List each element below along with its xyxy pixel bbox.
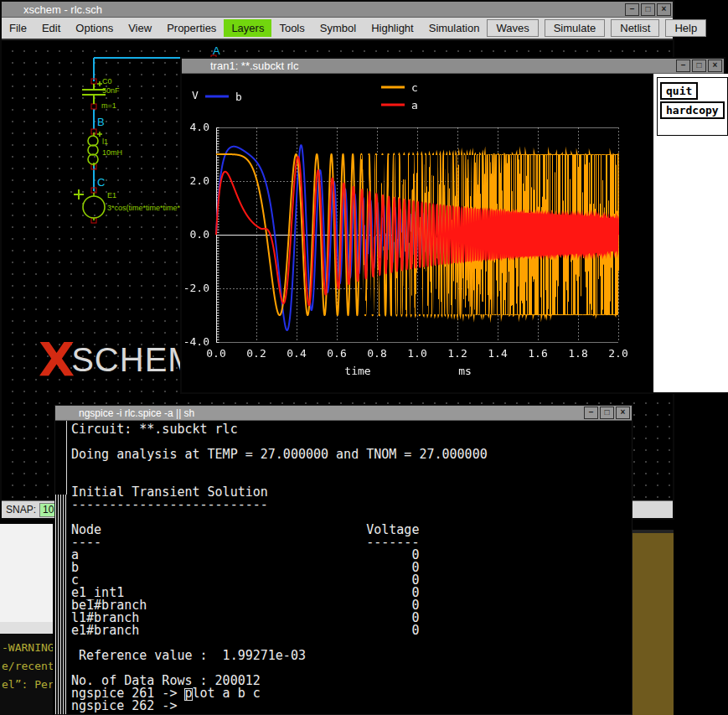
menu-tools[interactable]: Tools [271,19,312,37]
menu-edit[interactable]: Edit [34,19,68,37]
terminal-window-buttons: – □ × [582,407,632,419]
close-button[interactable]: × [708,60,722,72]
background-warning-terminal: -WARNING e/recently el”: Perm -WARNING [0,634,53,715]
menu-file[interactable]: File [2,19,34,37]
menu-layers[interactable]: Layers [224,19,271,37]
background-white-window [0,524,53,635]
menu-properties[interactable]: Properties [159,19,224,37]
cap-m-label: m=1 [101,101,116,110]
close-button[interactable]: × [616,407,630,419]
minimize-button[interactable]: – [625,3,639,16]
terminal-window-title: ngspice -i rlc.spice -a || sh [79,407,194,419]
maximize-button[interactable]: □ [641,3,655,16]
src-plus-mark [74,189,84,199]
menu-view[interactable]: View [121,19,159,37]
cap-value-label: 50nF [102,86,120,95]
menu-symbol[interactable]: Symbol [312,19,364,37]
inductor-symbol[interactable] [88,132,102,166]
xschem-window-buttons: – □ × [623,3,673,16]
terminal-body: Circuit: **.subckt rlc Doing analysis at… [55,421,632,714]
plot-side-panel: quit hardcopy [653,74,728,392]
waveform-plot-canvas[interactable] [182,74,653,392]
help-button[interactable]: Help [665,19,706,37]
minimize-button[interactable]: – [676,60,690,72]
xschem-logo: XSCHEM [39,339,197,381]
xschem-titlebar[interactable]: xschem - rlc.sch – □ × [2,2,673,18]
close-button[interactable]: × [657,3,671,16]
terminal-output[interactable]: Circuit: **.subckt rlc Doing analysis at… [67,421,488,714]
maximize-button[interactable]: □ [600,407,614,419]
terminal-scrollbar[interactable] [55,421,67,714]
menu-simulation[interactable]: Simulation [421,19,488,37]
plot-window-title: tran1: **.subckt rlc [210,60,299,72]
warning-text: -WARNING e/recently el”: Perm -WARNING [0,634,53,715]
node-label-c[interactable]: C [97,176,105,189]
desktop: xschem - rlc.sch – □ × File Edit Options… [0,0,728,715]
menu-highlight[interactable]: Highlight [364,19,421,37]
netlist-button[interactable]: Netlist [611,19,659,37]
plot-titlebar[interactable]: tran1: **.subckt rlc – □ × [182,59,724,74]
ind-plus-mark [97,132,102,137]
node-label-b[interactable]: B [97,116,105,128]
maximize-button[interactable]: □ [692,60,706,72]
minimize-button[interactable]: – [584,407,598,419]
logo-schem-text: SCHEM [71,341,196,378]
ind-ref-label: l1 [102,137,108,146]
terminal-cursor [184,688,193,701]
menu-options[interactable]: Options [68,19,121,37]
plot-content: quit hardcopy [182,74,724,392]
xschem-window-title: xschem - rlc.sch [23,3,102,16]
src-ref-label: E1 [107,191,116,199]
xschem-menubar: File Edit Options View Properties Layers… [2,18,673,40]
ngspice-terminal-window: ngspice -i rlc.spice -a || sh – □ × Circ… [54,405,632,715]
scrollbar-thumb[interactable] [55,421,67,495]
background-brown-window [631,530,674,715]
voltage-source-symbol[interactable] [74,189,105,220]
snap-label: SNAP: [6,504,36,516]
quit-button[interactable]: quit [660,82,698,100]
plot-button-panel: quit hardcopy [657,77,728,136]
hardcopy-button[interactable]: hardcopy [660,101,725,119]
terminal-titlebar[interactable]: ngspice -i rlc.spice -a || sh – □ × [55,406,632,421]
ind-value-label: 10mH [102,148,122,157]
plot-window-buttons: – □ × [674,60,724,72]
logo-x-glyph: X [39,332,75,386]
cap-ref-label: C0 [102,77,112,85]
waves-button[interactable]: Waves [487,19,538,37]
plot-window: tran1: **.subckt rlc – □ × quit hardcopy [180,57,725,394]
pin-cap-bottom[interactable] [91,104,96,109]
simulate-button[interactable]: Simulate [545,19,606,37]
